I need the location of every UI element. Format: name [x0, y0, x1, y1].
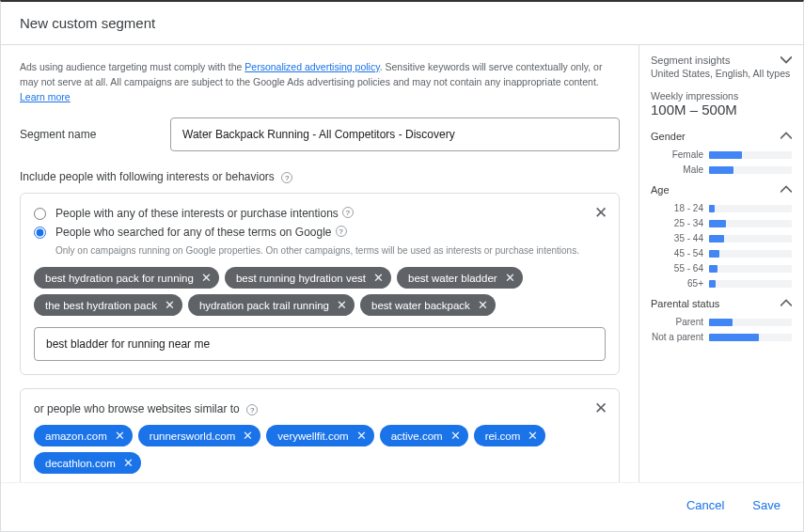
bar-track — [709, 319, 792, 326]
chip-label: hydration pack trail running — [199, 300, 329, 311]
help-icon[interactable]: ? — [342, 207, 354, 218]
gender-title: Gender — [651, 131, 686, 142]
chip-label: best hydration pack for running — [45, 273, 194, 284]
parental-rows: ParentNot a parent — [651, 317, 792, 342]
bar-fill — [709, 319, 733, 326]
help-icon[interactable]: ? — [336, 226, 347, 237]
close-icon[interactable]: ✕ — [201, 272, 212, 284]
segment-name-input[interactable] — [170, 117, 620, 151]
learn-more-link[interactable]: Learn more — [20, 91, 71, 102]
age-title: Age — [651, 184, 670, 196]
bar-label: 35 - 44 — [651, 233, 703, 243]
bar-label: 65+ — [651, 278, 703, 289]
search-terms-card: ✕ People with any of these interests or … — [20, 193, 620, 375]
include-label: Include people with following interests … — [20, 170, 620, 183]
bar-fill — [709, 334, 759, 341]
bar-fill — [709, 265, 717, 273]
chevron-down-icon[interactable] — [780, 55, 792, 66]
website-chip: verywellfit.com✕ — [266, 425, 373, 446]
impressions-value: 100M – 500M — [651, 102, 792, 117]
age-rows: 18 - 2425 - 3435 - 4445 - 5455 - 6465+ — [651, 203, 792, 289]
close-icon[interactable]: ✕ — [450, 430, 461, 442]
search-term-chip: hydration pack trail running✕ — [188, 294, 355, 316]
bar-label: 55 - 64 — [651, 263, 703, 274]
disclaimer: Ads using audience targeting must comply… — [20, 60, 620, 104]
close-icon[interactable]: ✕ — [356, 430, 367, 442]
bar-fill — [709, 235, 724, 243]
close-icon[interactable]: ✕ — [243, 430, 253, 442]
chip-label: active.com — [391, 430, 443, 442]
search-term-chips: best hydration pack for running✕best run… — [34, 267, 606, 316]
bar-track — [709, 280, 792, 288]
bar-row: 35 - 44 — [651, 233, 792, 243]
chip-label: verywellfit.com — [277, 430, 348, 442]
segment-name-label: Segment name — [20, 128, 170, 141]
bar-track — [709, 250, 792, 258]
bar-fill — [709, 280, 716, 288]
website-chips: amazon.com✕runnersworld.com✕verywellfit.… — [34, 425, 606, 474]
bar-label: 18 - 24 — [651, 203, 703, 213]
search-term-chip: best water bladder✕ — [397, 267, 523, 289]
bar-label: Male — [651, 164, 703, 175]
close-icon[interactable]: ✕ — [115, 430, 125, 442]
chip-label: best water bladder — [408, 273, 497, 284]
save-button[interactable]: Save — [749, 493, 784, 518]
bar-label: Female — [651, 149, 703, 160]
bar-label: Not a parent — [651, 332, 703, 342]
websites-label: or people who browse websites similar to… — [34, 402, 606, 415]
bar-row: 65+ — [651, 278, 792, 289]
search-term-chip: best running hydration vest✕ — [225, 267, 391, 289]
bar-track — [709, 220, 792, 227]
chevron-up-icon[interactable] — [780, 184, 792, 196]
chip-label: amazon.com — [45, 430, 107, 442]
bar-row: Parent — [651, 317, 792, 327]
bar-fill — [709, 220, 726, 227]
radio-searched-sub: Only on campaigns running on Google prop… — [55, 244, 606, 258]
bar-label: 25 - 34 — [651, 218, 703, 228]
chevron-up-icon[interactable] — [780, 131, 792, 142]
close-icon[interactable]: ✕ — [123, 457, 134, 469]
close-icon[interactable]: ✕ — [337, 299, 347, 311]
websites-card: ✕ or people who browse websites similar … — [20, 388, 620, 482]
radio-searched[interactable]: People who searched for any of these ter… — [34, 226, 606, 239]
bar-row: 45 - 54 — [651, 248, 792, 258]
bar-track — [709, 265, 792, 273]
bar-track — [709, 334, 792, 341]
cancel-button[interactable]: Cancel — [683, 493, 728, 518]
help-icon[interactable]: ? — [281, 172, 292, 183]
website-chip: rei.com✕ — [474, 425, 546, 446]
website-chip: amazon.com✕ — [34, 425, 133, 446]
bar-track — [709, 205, 792, 212]
close-icon[interactable]: ✕ — [165, 299, 175, 311]
search-term-chip: best hydration pack for running✕ — [34, 267, 219, 289]
dialog-title: New custom segment — [1, 2, 803, 45]
close-icon[interactable]: ✕ — [478, 299, 488, 311]
chip-label: decathlon.com — [45, 458, 116, 469]
dialog-footer: Cancel Save — [1, 482, 803, 531]
segment-name-row: Segment name — [20, 117, 620, 151]
close-icon[interactable]: ✕ — [373, 272, 384, 284]
gender-rows: FemaleMale — [651, 149, 792, 175]
radio-interests[interactable]: People with any of these interests or pu… — [34, 207, 606, 220]
help-icon[interactable]: ? — [246, 404, 258, 415]
close-icon[interactable]: ✕ — [594, 400, 607, 416]
bar-fill — [709, 166, 733, 174]
close-icon[interactable]: ✕ — [505, 272, 515, 284]
close-icon[interactable]: ✕ — [528, 430, 538, 442]
close-icon[interactable]: ✕ — [594, 205, 607, 221]
personalized-advertising-link[interactable]: Personalized advertising policy — [244, 61, 379, 72]
bar-row: 25 - 34 — [651, 218, 792, 228]
bar-fill — [709, 205, 715, 212]
website-chip: decathlon.com✕ — [34, 452, 141, 474]
radio-interests-input[interactable] — [34, 208, 46, 220]
chevron-up-icon[interactable] — [780, 298, 792, 309]
radio-searched-input[interactable] — [34, 227, 46, 239]
parental-title: Parental status — [651, 298, 719, 309]
bar-row: Male — [651, 164, 792, 175]
dialog-content: Ads using audience targeting must comply… — [1, 45, 803, 482]
dialog-new-custom-segment: New custom segment Ads using audience ta… — [0, 0, 804, 532]
bar-track — [709, 235, 792, 243]
chip-label: best running hydration vest — [236, 273, 366, 284]
bar-row: Not a parent — [651, 332, 792, 342]
search-term-input[interactable] — [34, 327, 606, 361]
